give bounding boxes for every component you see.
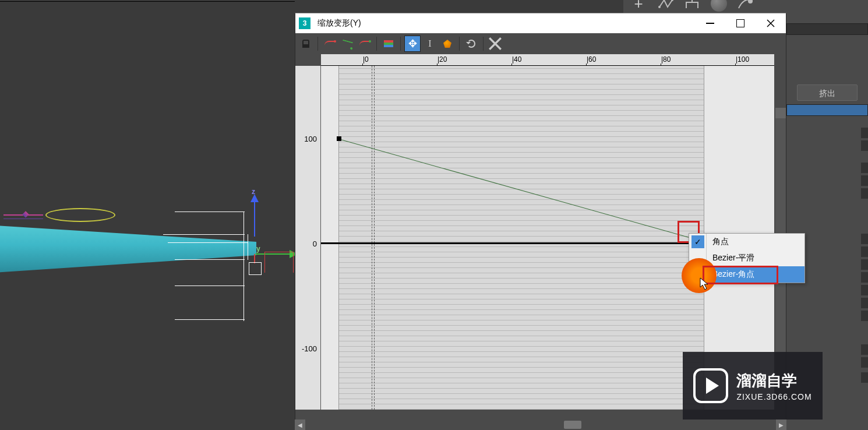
spinner-field[interactable]: [786, 175, 868, 186]
delete-point-icon[interactable]: [463, 36, 479, 52]
minimize-button[interactable]: [698, 15, 722, 31]
x-ruler: |0 |20 |40 |60 |80 |100: [321, 54, 774, 66]
toolbar-separator: [376, 37, 377, 51]
watermark-url: ZIXUE.3D66.COM: [736, 392, 811, 401]
cursor-icon: [699, 277, 711, 293]
close-button[interactable]: [759, 15, 782, 31]
link-icon[interactable]: [655, 0, 676, 14]
scroll-right-button[interactable]: ▶: [776, 420, 786, 430]
annotation-highlight-box: [703, 266, 778, 284]
app-icon: 3: [299, 17, 310, 29]
y-axis-icon[interactable]: [339, 36, 355, 52]
horizontal-scrollbar[interactable]: ◀ ▶: [295, 420, 786, 430]
scroll-left-button[interactable]: ◀: [295, 420, 305, 430]
scale-tool-icon[interactable]: I: [422, 36, 438, 52]
spinner-field[interactable]: [786, 140, 868, 151]
curve-point-start[interactable]: [337, 136, 341, 141]
panel-field[interactable]: [786, 23, 868, 35]
playhead-line[interactable]: [374, 66, 375, 410]
playhead-line[interactable]: [372, 66, 372, 410]
insert-point-icon[interactable]: [439, 36, 456, 52]
sphere-icon[interactable]: [708, 0, 729, 14]
watermark-title: 溜溜自学: [736, 371, 811, 391]
toolbar-separator: [483, 37, 484, 51]
y-tick: 0: [313, 239, 317, 248]
move-tool-icon[interactable]: ✥: [404, 36, 421, 52]
panel-field-active[interactable]: [786, 104, 868, 116]
gizmo-z-label: z: [252, 188, 255, 196]
svg-point-0: [658, 6, 661, 8]
wire-line: [175, 286, 245, 286]
gizmo-y-label: y: [256, 245, 260, 253]
toolbar-separator: [317, 37, 318, 51]
dialog-titlebar[interactable]: 3 缩放变形(Y): [295, 13, 786, 33]
play-logo-icon: [693, 368, 728, 403]
menu-item-label: 角点: [712, 237, 729, 247]
dialog-title: 缩放变形(Y): [317, 18, 691, 29]
x-tick: |0: [363, 55, 369, 64]
xy-axis-icon[interactable]: [357, 36, 373, 52]
lock-icon[interactable]: [298, 36, 314, 52]
wire-line: [244, 212, 244, 321]
maximize-button[interactable]: [729, 15, 752, 31]
toolbar-separator: [459, 37, 460, 51]
x-axis-icon[interactable]: [322, 36, 338, 52]
wire-line: [175, 319, 245, 320]
checkmark-icon: ✓: [691, 235, 704, 248]
y-tick: 100: [304, 135, 317, 143]
toolbar-separator: [400, 37, 401, 51]
top-toolbar-icons: [628, 0, 756, 14]
spinner-field[interactable]: [786, 128, 868, 138]
x-tick: |100: [736, 55, 749, 64]
scroll-up-button[interactable]: [775, 108, 786, 118]
gizmo-z-axis[interactable]: [254, 196, 255, 237]
viewport-perspective[interactable]: z y: [0, 0, 295, 430]
active-range: [338, 66, 704, 410]
svg-point-2: [748, 0, 753, 3]
loft-object[interactable]: [0, 216, 256, 274]
scroll-thumb[interactable]: [564, 421, 581, 429]
x-tick: |40: [512, 55, 521, 64]
x-tick: |20: [437, 55, 447, 64]
y-ruler: 100 0 -100: [295, 66, 321, 410]
extrude-button[interactable]: 挤出: [797, 84, 858, 101]
y-tick: -100: [302, 344, 317, 353]
gizmo-origin[interactable]: [249, 262, 262, 275]
scroll-track[interactable]: [305, 420, 776, 430]
reset-curve-icon[interactable]: [487, 36, 503, 52]
wire-line: [163, 234, 245, 235]
wire-line: [168, 242, 248, 243]
wire-line: [175, 212, 245, 212]
spinner-field[interactable]: [786, 311, 868, 321]
wire-line: [175, 259, 245, 260]
create-icon[interactable]: [628, 0, 649, 14]
wire-line: [248, 234, 248, 260]
shape-section[interactable]: [264, 252, 294, 273]
x-tick: |60: [587, 55, 596, 64]
spinner-field[interactable]: [786, 188, 868, 199]
motion-icon[interactable]: [735, 0, 756, 14]
watermark-logo: 溜溜自学 ZIXUE.3D66.COM: [683, 352, 823, 420]
spinner-field[interactable]: [786, 163, 868, 173]
x-tick: |80: [661, 55, 671, 64]
spinner-field[interactable]: [786, 298, 868, 308]
menu-item-corner[interactable]: ✓ 角点: [689, 234, 805, 250]
spinner-field[interactable]: [786, 285, 868, 295]
menu-item-label: Bezier-平滑: [712, 253, 754, 263]
display-icon[interactable]: [380, 36, 397, 52]
dialog-toolbar: ✥ I: [295, 33, 786, 54]
spline-ellipse[interactable]: [45, 208, 115, 222]
hierarchy-icon[interactable]: [682, 0, 703, 14]
